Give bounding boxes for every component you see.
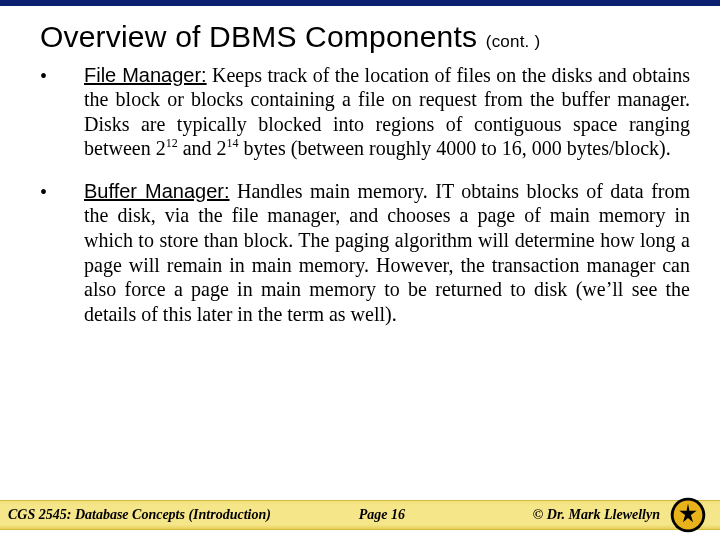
bullet-text: Buffer Manager: Handles main memory. IT …	[84, 179, 690, 327]
content-area: • File Manager: Keeps track of the locat…	[0, 57, 720, 327]
ucf-logo-icon	[670, 497, 706, 533]
slide: Overview of DBMS Components (cont. ) • F…	[0, 0, 720, 540]
superscript: 14	[227, 137, 239, 151]
superscript: 12	[166, 137, 178, 151]
slide-title: Overview of DBMS Components (cont. )	[0, 6, 720, 57]
title-main: Overview of DBMS Components	[40, 20, 477, 53]
term-buffer-manager: Buffer Manager:	[84, 180, 230, 202]
bullet-mark: •	[40, 179, 84, 327]
title-cont: (cont. )	[486, 32, 541, 51]
body-segment: and 2	[178, 137, 227, 159]
bullet-mark: •	[40, 63, 84, 161]
footer-page: Page 16	[231, 507, 533, 523]
bullet-text: File Manager: Keeps track of the locatio…	[84, 63, 690, 161]
footer-bar: CGS 2545: Database Concepts (Introductio…	[0, 500, 720, 530]
bullet-item: • File Manager: Keeps track of the locat…	[40, 63, 690, 161]
bullet-item: • Buffer Manager: Handles main memory. I…	[40, 179, 690, 327]
body-segment: bytes (between roughly 4000 to 16, 000 b…	[239, 137, 671, 159]
term-file-manager: File Manager:	[84, 64, 207, 86]
